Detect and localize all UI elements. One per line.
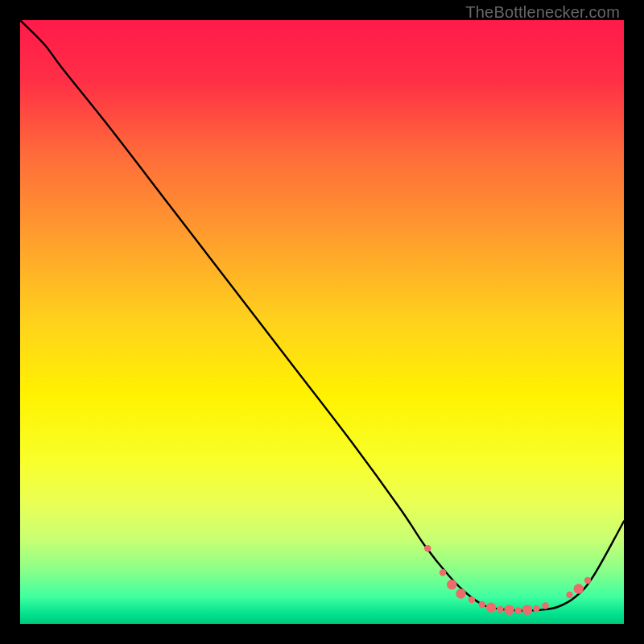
watermark-text: TheBottlenecker.com bbox=[465, 3, 620, 22]
highlight-dot bbox=[479, 601, 485, 608]
highlight-dot bbox=[504, 605, 514, 615]
highlight-dot bbox=[515, 607, 522, 613]
highlight-dot bbox=[469, 597, 475, 603]
highlight-dot bbox=[440, 569, 446, 576]
highlight-dot bbox=[566, 592, 572, 598]
gradient-background bbox=[20, 20, 624, 624]
highlight-dot bbox=[574, 584, 584, 593]
highlight-dot bbox=[447, 580, 456, 589]
highlight-dot bbox=[533, 605, 539, 612]
chart-frame: TheBottlenecker.com bbox=[0, 0, 644, 644]
highlight-dot bbox=[497, 606, 503, 613]
highlight-dot bbox=[584, 577, 591, 584]
highlight-dot bbox=[522, 605, 532, 615]
highlight-dot bbox=[486, 603, 496, 613]
highlight-dot bbox=[456, 588, 465, 598]
highlight-dot bbox=[542, 602, 548, 609]
highlight-dot bbox=[424, 545, 431, 551]
bottleneck-chart bbox=[20, 20, 624, 624]
